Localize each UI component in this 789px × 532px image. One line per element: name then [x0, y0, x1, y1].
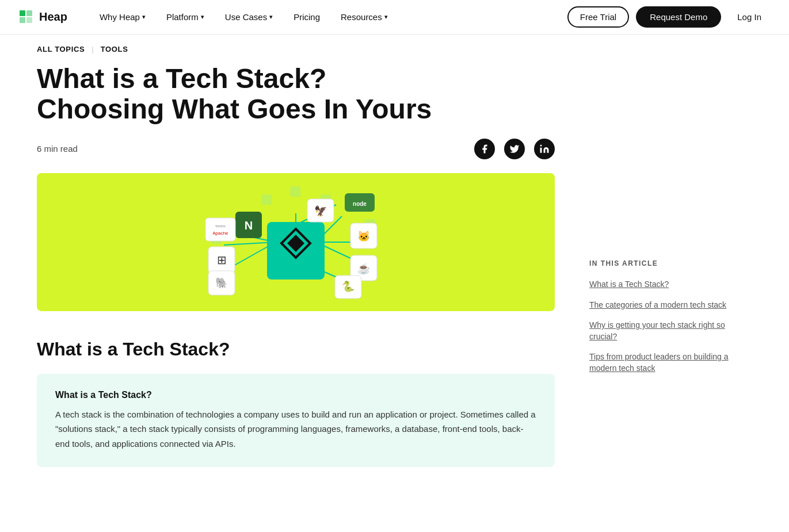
- toc-heading: IN THIS ARTICLE: [589, 259, 739, 267]
- breadcrumb-separator: |: [92, 45, 93, 53]
- svg-rect-0: [20, 10, 25, 16]
- nav-resources[interactable]: Resources ▾: [331, 7, 397, 26]
- article-meta: 6 min read: [37, 139, 555, 159]
- article-sidebar: IN THIS ARTICLE What is a Tech Stack? Th…: [589, 64, 739, 485]
- svg-rect-18: [290, 186, 300, 197]
- social-share: [474, 139, 555, 159]
- nav-use-cases[interactable]: Use Cases ▾: [216, 7, 282, 26]
- login-button[interactable]: Log In: [728, 7, 771, 26]
- chevron-down-icon: ▾: [384, 13, 388, 21]
- svg-text:≈≈≈≈: ≈≈≈≈: [215, 224, 226, 229]
- navbar: Heap Why Heap ▾ Platform ▾ Use Cases ▾ P…: [0, 0, 789, 35]
- hero-image: N ≈≈≈≈ Apache ⊞ 🐘 🦅 node 🐱: [37, 173, 555, 311]
- toc-link-3[interactable]: Why is getting your tech stack right so …: [589, 320, 739, 342]
- toc-link-1[interactable]: What is a Tech Stack?: [589, 279, 739, 290]
- info-box-title: What is a Tech Stack?: [55, 390, 536, 400]
- twitter-share-button[interactable]: [504, 139, 525, 159]
- section-heading: What is a Tech Stack?: [37, 339, 555, 360]
- linkedin-share-button[interactable]: [534, 139, 555, 159]
- svg-text:🦅: 🦅: [314, 205, 327, 217]
- read-time: 6 min read: [37, 144, 78, 154]
- all-topics-link[interactable]: ALL TOPICS: [37, 45, 85, 53]
- chevron-down-icon: ▾: [142, 13, 146, 21]
- svg-text:☕: ☕: [357, 262, 371, 275]
- logo[interactable]: Heap: [18, 9, 67, 25]
- chevron-down-icon: ▾: [201, 13, 204, 21]
- article-main: What is a Tech Stack? Choosing What Goes…: [37, 64, 555, 485]
- nav-why-heap[interactable]: Why Heap ▾: [90, 7, 155, 26]
- nav-links: Why Heap ▾ Platform ▾ Use Cases ▾ Pricin…: [90, 7, 567, 26]
- info-box: What is a Tech Stack? A tech stack is th…: [37, 374, 555, 468]
- svg-rect-26: [205, 218, 235, 241]
- info-box-text: A tech stack is the combination of techn…: [55, 407, 536, 451]
- facebook-share-button[interactable]: [474, 139, 495, 159]
- svg-rect-1: [26, 10, 32, 16]
- logo-text: Heap: [39, 10, 67, 24]
- nav-actions: Free Trial Request Demo Log In: [567, 6, 771, 28]
- nav-pricing[interactable]: Pricing: [284, 7, 329, 26]
- nav-platform[interactable]: Platform ▾: [157, 7, 214, 26]
- free-trial-button[interactable]: Free Trial: [567, 6, 629, 28]
- svg-rect-2: [20, 17, 25, 23]
- svg-text:node: node: [353, 201, 367, 207]
- svg-rect-19: [261, 194, 272, 205]
- page-layout: What is a Tech Stack? Choosing What Goes…: [0, 64, 789, 485]
- svg-point-4: [540, 144, 542, 146]
- chevron-down-icon: ▾: [269, 13, 273, 21]
- svg-text:🐍: 🐍: [342, 280, 355, 293]
- logo-icon: [18, 9, 35, 25]
- svg-rect-3: [26, 17, 32, 23]
- diagram-svg: N ≈≈≈≈ Apache ⊞ 🐘 🦅 node 🐱: [123, 182, 468, 303]
- svg-text:🐱: 🐱: [357, 230, 371, 243]
- toc-link-4[interactable]: Tips from product leaders on building a …: [589, 351, 739, 374]
- toc-link-2[interactable]: The categories of a modern tech stack: [589, 300, 739, 311]
- request-demo-button[interactable]: Request Demo: [636, 6, 721, 28]
- breadcrumb: ALL TOPICS | TOOLS: [0, 35, 789, 64]
- article-title: What is a Tech Stack? Choosing What Goes…: [37, 64, 440, 125]
- svg-text:N: N: [245, 219, 253, 232]
- svg-text:⊞: ⊞: [217, 254, 227, 266]
- svg-text:Apache: Apache: [212, 231, 228, 236]
- breadcrumb-current: TOOLS: [101, 45, 128, 53]
- svg-text:🐘: 🐘: [215, 277, 228, 289]
